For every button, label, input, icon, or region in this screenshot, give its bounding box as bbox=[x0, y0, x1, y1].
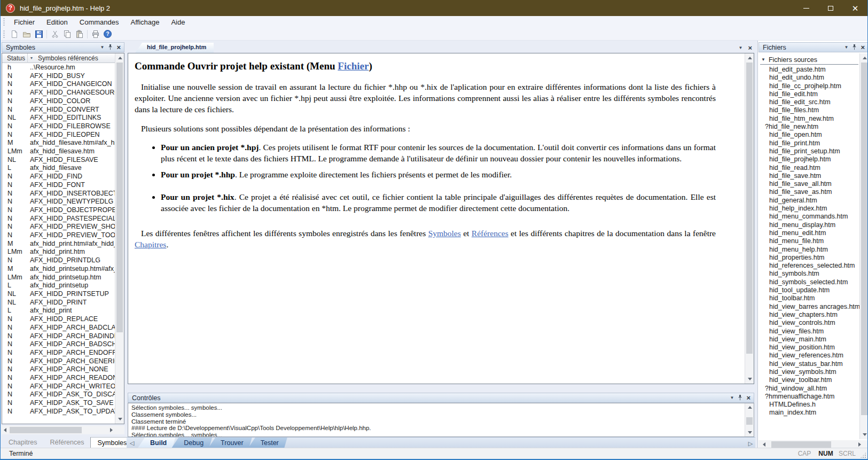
file-item[interactable]: hid_file_print_setup.htm bbox=[758, 147, 859, 155]
paste-button[interactable] bbox=[73, 28, 85, 40]
table-row[interactable]: N AFX_HIDP_ASK_TO_DISCARD bbox=[2, 391, 115, 399]
table-row[interactable]: N AFX_HIDP_ARCH_BADCLASS bbox=[2, 324, 115, 332]
file-item[interactable]: hid_file_save_all.htm bbox=[758, 180, 859, 188]
pin-icon[interactable] bbox=[738, 395, 742, 401]
table-row[interactable]: N AFX_HIDD_REPLACE bbox=[2, 315, 115, 324]
file-item[interactable]: hid_help_index.htm bbox=[758, 205, 859, 213]
file-item[interactable]: hid_references_selected.htm bbox=[758, 262, 859, 270]
file-item[interactable]: HTMLDefines.h bbox=[758, 401, 859, 409]
file-item[interactable]: hid_view_symbols.htm bbox=[758, 368, 859, 376]
file-item[interactable]: hid_menu_edit.htm bbox=[758, 229, 859, 237]
table-row[interactable]: N AFX_HIDP_ARCH_READONLY bbox=[2, 374, 115, 383]
file-item[interactable]: hid_file_files.htm bbox=[758, 106, 859, 114]
table-row[interactable]: N AFX_HIDD_PREVIEW_SHORTTOO bbox=[2, 223, 115, 231]
table-row[interactable]: M afx_hidd_filesave.htm#afx_hidd_ bbox=[2, 139, 115, 147]
tab-debug[interactable]: Debug bbox=[171, 438, 212, 449]
table-row[interactable]: NL AFX_HIDD_PRINT bbox=[2, 299, 115, 307]
file-item[interactable]: hid_file_save_as.htm bbox=[758, 188, 859, 196]
file-item[interactable]: hid_properties.htm bbox=[758, 254, 859, 262]
table-row[interactable]: LMm afx_hidd_printsetup.htm bbox=[2, 274, 115, 282]
file-item[interactable]: hid_menu_help.htm bbox=[758, 246, 859, 254]
panel-close-icon[interactable]: × bbox=[116, 44, 121, 51]
status-filter-icon[interactable]: ▼ bbox=[28, 56, 35, 60]
table-row[interactable]: L afx_hidd_filesave bbox=[2, 164, 115, 173]
file-item[interactable]: hid_symbols.htm bbox=[758, 270, 859, 278]
file-item[interactable]: hid_tool_update.htm bbox=[758, 286, 859, 294]
table-row[interactable]: N AFX_HIDD_CONVERT bbox=[2, 106, 115, 114]
help-button[interactable]: ? bbox=[101, 28, 114, 40]
table-row[interactable]: M afx_hidd_printsetup.htm#afx_h bbox=[2, 265, 115, 274]
table-row[interactable]: N AFX_HIDP_ARCH_BADINDEX bbox=[2, 332, 115, 341]
table-row[interactable]: NL AFX_HIDD_PRINTSETUP bbox=[2, 290, 115, 299]
open-button[interactable] bbox=[20, 28, 33, 40]
tab-references[interactable]: Références bbox=[44, 437, 91, 449]
scroll-down-icon[interactable] bbox=[748, 431, 752, 434]
file-item[interactable]: hid_general.htm bbox=[758, 197, 859, 205]
table-row[interactable]: N AFX_HIDP_ARCH_NONE bbox=[2, 365, 115, 374]
table-row[interactable]: N AFX_HIDD_PREVIEW_TOOLBAR bbox=[2, 231, 115, 240]
file-item[interactable]: main_index.htm bbox=[758, 409, 859, 417]
file-item[interactable]: hid_edit_paste.htm bbox=[758, 66, 859, 74]
tab-scroll-left-icon[interactable]: ◁ bbox=[127, 438, 137, 449]
maximize-button[interactable] bbox=[818, 0, 843, 16]
scroll-up-icon[interactable] bbox=[118, 57, 122, 59]
file-item[interactable]: hid_file_edit.htm bbox=[758, 90, 859, 98]
scrollbar-thumb[interactable] bbox=[116, 63, 123, 332]
table-row[interactable]: N AFX_HIDP_ASK_TO_SAVE bbox=[2, 399, 115, 408]
file-item[interactable]: hid_edit_undo.htm bbox=[758, 74, 859, 82]
document-vertical-scrollbar[interactable] bbox=[745, 53, 754, 384]
file-item[interactable]: ?hid_file_new.htm bbox=[758, 123, 859, 131]
file-item[interactable]: hid_file_print.htm bbox=[758, 139, 859, 147]
menu-item[interactable]: Edition bbox=[41, 17, 74, 27]
scrollbar-thumb[interactable] bbox=[771, 441, 831, 448]
document-tab[interactable]: hid_file_projhelp.htm bbox=[135, 43, 214, 53]
file-item[interactable]: hid_menu_display.htm bbox=[758, 221, 859, 229]
files-vertical-scrollbar[interactable] bbox=[859, 53, 868, 439]
table-row[interactable]: N AFX_HIDD_PASTESPECIAL bbox=[2, 215, 115, 223]
panel-menu-icon[interactable]: ▼ bbox=[100, 45, 104, 50]
file-item[interactable]: hid_view_toolbar.htm bbox=[758, 376, 859, 384]
file-item[interactable]: hid_toolbar.htm bbox=[758, 294, 859, 302]
scroll-left-icon[interactable] bbox=[4, 428, 6, 432]
table-row[interactable]: N AFX_HIDD_OBJECTPROPERTIES bbox=[2, 206, 115, 215]
panel-menu-icon[interactable]: ▼ bbox=[844, 45, 848, 50]
tab-tester[interactable]: Tester bbox=[248, 438, 287, 449]
panel-close-icon[interactable]: × bbox=[746, 395, 750, 401]
file-item[interactable]: hid_symbols_selected.htm bbox=[758, 278, 859, 286]
table-row[interactable]: N AFX_HIDD_FILEBROWSE bbox=[2, 122, 115, 131]
table-row[interactable]: N AFX_HIDP_ARCH_GENERIC bbox=[2, 357, 115, 366]
file-item[interactable]: hid_file_save.htm bbox=[758, 172, 859, 180]
tab-close-icon[interactable]: × bbox=[748, 45, 752, 51]
file-item[interactable]: hid_menu_file.htm bbox=[758, 237, 859, 245]
file-item[interactable]: hid_view_position.htm bbox=[758, 344, 859, 352]
close-button[interactable]: ✕ bbox=[843, 0, 867, 16]
resize-grip[interactable] bbox=[860, 452, 866, 458]
tab-list-icon[interactable]: ▼ bbox=[738, 46, 742, 50]
table-row[interactable]: L afx_hidd_print bbox=[2, 307, 115, 315]
link-chapitres[interactable]: Chapitres bbox=[135, 240, 166, 249]
table-row[interactable]: L afx_hidd_printsetup bbox=[2, 282, 115, 290]
scroll-right-icon[interactable] bbox=[858, 442, 861, 447]
pin-icon[interactable] bbox=[852, 44, 857, 50]
file-item[interactable]: hid_file_open.htm bbox=[758, 131, 859, 139]
table-row[interactable]: N AFX_HIDD_FONT bbox=[2, 181, 115, 190]
file-item[interactable]: hid_view_controls.htm bbox=[758, 319, 859, 327]
tab-chapitres[interactable]: Chapitres bbox=[2, 437, 44, 449]
scrollbar-thumb[interactable] bbox=[746, 417, 753, 425]
table-row[interactable]: N AFX_HIDD_CHANGEICON bbox=[2, 80, 115, 89]
file-item[interactable]: hid_file_read.htm bbox=[758, 164, 859, 172]
table-row[interactable]: N AFX_HIDD_BUSY bbox=[2, 72, 115, 81]
scroll-up-icon[interactable] bbox=[748, 406, 752, 409]
table-row[interactable]: N AFX_HIDD_PRINTDLG bbox=[2, 256, 115, 265]
table-row[interactable]: N AFX_HIDP_ARCH_WRITEONLY bbox=[2, 383, 115, 391]
table-row[interactable]: N AFX_HIDD_CHANGESOURCE bbox=[2, 89, 115, 97]
scroll-left-icon[interactable] bbox=[763, 442, 765, 447]
file-item[interactable]: hid_view_references.htm bbox=[758, 352, 859, 360]
scroll-right-icon[interactable] bbox=[110, 428, 113, 432]
copy-button[interactable] bbox=[61, 28, 73, 40]
table-row[interactable]: LMm afx_hidd_print.htm bbox=[2, 248, 115, 256]
file-item[interactable]: hid_view_files.htm bbox=[758, 328, 859, 336]
table-row[interactable]: N AFX_HIDD_INSERTOBJECT bbox=[2, 190, 115, 198]
file-item[interactable]: hid_view_barres ancrages.htm bbox=[758, 303, 859, 311]
pin-icon[interactable] bbox=[108, 44, 113, 50]
